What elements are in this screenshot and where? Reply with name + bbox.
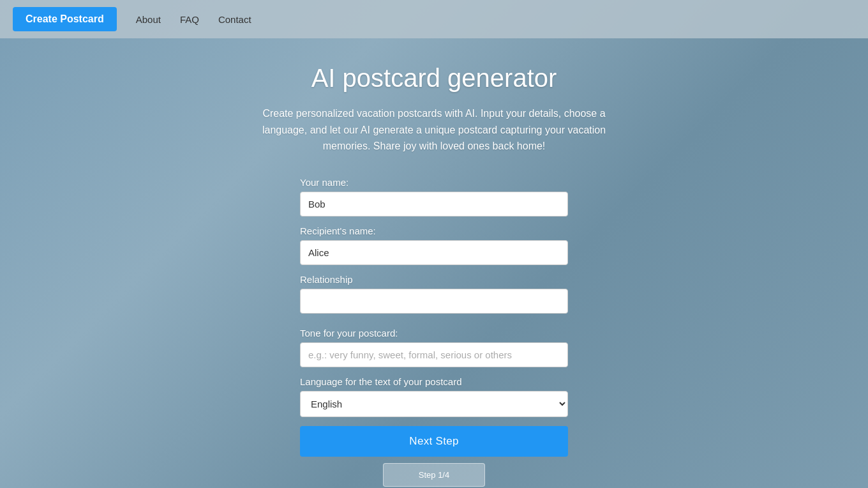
relationship-group: Relationship bbox=[300, 274, 568, 314]
main-content: AI postcard generator Create personalize… bbox=[0, 38, 868, 488]
nav-link-about[interactable]: About bbox=[136, 14, 161, 25]
step-indicator-button[interactable]: Step 1/4 bbox=[383, 463, 485, 487]
relationship-input[interactable] bbox=[300, 289, 568, 314]
recipient-name-group: Recipient's name: bbox=[300, 225, 568, 265]
nav-brand-button[interactable]: Create Postcard bbox=[13, 7, 117, 31]
nav-link-contact[interactable]: Contact bbox=[218, 14, 251, 25]
language-group: Language for the text of your postcard E… bbox=[300, 376, 568, 417]
recipient-name-label: Recipient's name: bbox=[300, 225, 568, 236]
tone-group: Tone for your postcard: bbox=[300, 328, 568, 367]
navbar: Create Postcard About FAQ Contact bbox=[0, 0, 868, 38]
relationship-label: Relationship bbox=[300, 274, 568, 285]
page-subtitle: Create personalized vacation postcards w… bbox=[243, 105, 625, 155]
language-select[interactable]: English Spanish French German Italian Po… bbox=[300, 391, 568, 417]
page-title: AI postcard generator bbox=[311, 64, 557, 93]
your-name-label: Your name: bbox=[300, 177, 568, 188]
tone-input[interactable] bbox=[300, 342, 568, 367]
next-step-button[interactable]: Next Step bbox=[300, 426, 568, 457]
your-name-group: Your name: bbox=[300, 177, 568, 217]
recipient-name-input[interactable] bbox=[300, 240, 568, 265]
language-label: Language for the text of your postcard bbox=[300, 376, 568, 387]
your-name-input[interactable] bbox=[300, 192, 568, 217]
tone-label: Tone for your postcard: bbox=[300, 328, 568, 339]
postcard-form: Your name: Recipient's name: Relationshi… bbox=[300, 177, 568, 487]
nav-link-faq[interactable]: FAQ bbox=[180, 14, 199, 25]
